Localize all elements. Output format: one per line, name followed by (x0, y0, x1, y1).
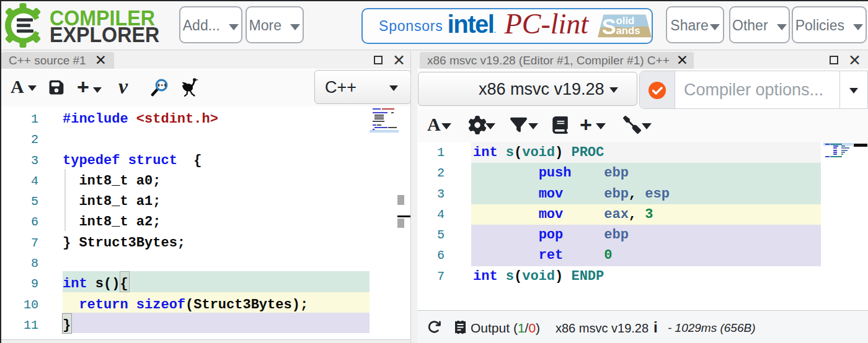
svg-text:ands: ands (616, 25, 640, 37)
svg-text:S: S (602, 15, 616, 38)
